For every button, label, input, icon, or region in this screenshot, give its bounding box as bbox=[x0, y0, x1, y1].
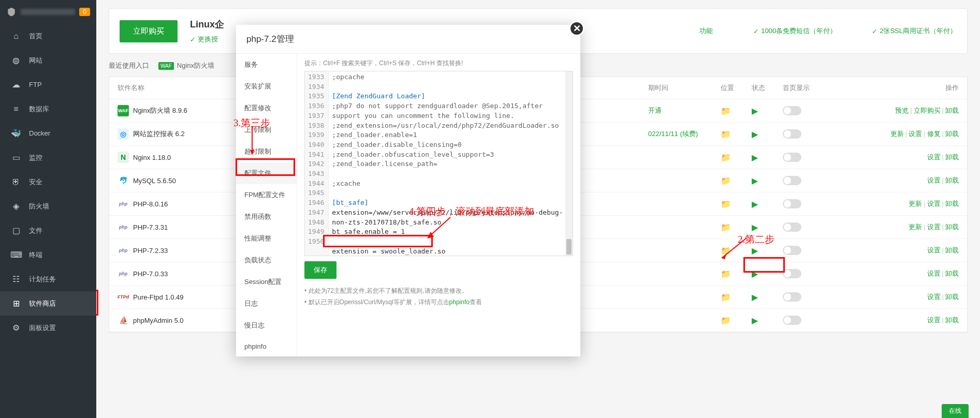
modal-nav-item[interactable]: phpinfo bbox=[236, 336, 297, 341]
modal-nav-item[interactable]: FPM配置文件 bbox=[236, 184, 297, 206]
code-area[interactable]: ;opcache [Zend ZendGuard Loader];php7 do… bbox=[329, 71, 573, 256]
modal-title: php-7.2管理 bbox=[236, 25, 580, 53]
editor-hint: 提示：Ctrl+F 搜索关键字，Ctrl+S 保存，Ctrl+H 查找替换! bbox=[304, 59, 573, 68]
modal-nav-item[interactable]: 配置修改 bbox=[236, 97, 297, 119]
modal-nav-item[interactable]: 日志 bbox=[236, 293, 297, 315]
modal-nav-item[interactable]: 服务 bbox=[236, 54, 297, 76]
php-manage-modal: ✕ php-7.2管理 服务安装扩展配置修改上传限制超时限制配置文件FPM配置文… bbox=[236, 25, 580, 341]
phpinfo-link[interactable]: phpinfo bbox=[449, 298, 470, 306]
modal-nav-item[interactable]: 配置文件 bbox=[236, 162, 297, 184]
config-notes: • 此处为72主配置文件,若您不了解配置规则,请勿随意修改。 • 默认已开启Op… bbox=[304, 285, 573, 308]
modal-nav-item[interactable]: 超时限制 bbox=[236, 141, 297, 162]
config-editor[interactable]: 1933193419351936193719381939194019411942… bbox=[304, 71, 573, 256]
modal-content: 提示：Ctrl+F 搜索关键字，Ctrl+S 保存，Ctrl+H 查找替换! 1… bbox=[297, 54, 580, 341]
scrollbar-thumb[interactable] bbox=[566, 239, 572, 255]
close-icon[interactable]: ✕ bbox=[569, 21, 584, 36]
modal-nav-item[interactable]: 禁用函数 bbox=[236, 206, 297, 228]
modal-nav-item[interactable]: 负载状态 bbox=[236, 249, 297, 271]
modal-nav-item[interactable]: 性能调整 bbox=[236, 228, 297, 249]
modal-nav-item[interactable]: 慢日志 bbox=[236, 315, 297, 336]
modal-nav: 服务安装扩展配置修改上传限制超时限制配置文件FPM配置文件禁用函数性能调整负载状… bbox=[236, 54, 297, 341]
save-button[interactable]: 保存 bbox=[304, 261, 337, 279]
modal-nav-item[interactable]: 安装扩展 bbox=[236, 76, 297, 97]
editor-scrollbar[interactable] bbox=[565, 71, 573, 256]
modal-nav-item[interactable]: Session配置 bbox=[236, 271, 297, 293]
modal-nav-item[interactable]: 上传限制 bbox=[236, 119, 297, 141]
line-gutter: 1933193419351936193719381939194019411942… bbox=[305, 71, 329, 256]
